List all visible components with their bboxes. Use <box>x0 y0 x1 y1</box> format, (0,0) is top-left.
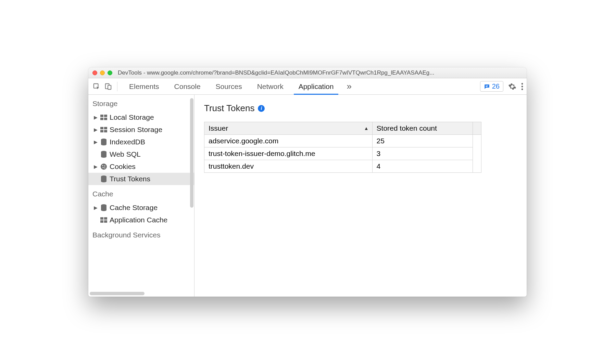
cell-count: 3 <box>372 147 473 160</box>
svg-point-5 <box>522 83 523 84</box>
svg-rect-14 <box>100 130 103 132</box>
svg-rect-26 <box>104 217 107 220</box>
window-title: DevTools - www.google.com/chrome/?brand=… <box>118 69 523 76</box>
more-options-button[interactable] <box>521 83 523 90</box>
sidebar-item-label: Web SQL <box>110 150 141 158</box>
cell-issuer: adservice.google.com <box>204 135 373 147</box>
sidebar-item-trust-tokens[interactable]: Trust Tokens <box>88 173 194 185</box>
sidebar-item-label: Local Storage <box>110 113 154 121</box>
devtools-toolbar: Elements Console Sources Network Applica… <box>88 78 527 95</box>
column-header-label: Stored token count <box>377 124 437 132</box>
storage-tree: ▶ Local Storage ▶ Session Storage ▶ <box>88 111 194 185</box>
application-sidebar: Storage ▶ Local Storage ▶ Session Storag… <box>88 95 194 297</box>
sidebar-item-cache-storage[interactable]: ▶ Cache Storage <box>88 202 194 214</box>
cell-count: 4 <box>372 160 473 173</box>
svg-rect-10 <box>100 118 103 120</box>
inspect-element-icon[interactable] <box>92 82 101 91</box>
disclosure-triangle-icon: ▶ <box>93 164 98 169</box>
table-scroll-spacer <box>473 122 481 135</box>
sidebar-item-indexeddb[interactable]: ▶ IndexedDB <box>88 136 194 148</box>
cell-count: 25 <box>372 135 473 147</box>
info-icon[interactable]: i <box>258 105 265 112</box>
svg-point-19 <box>102 165 103 166</box>
sidebar-item-web-sql[interactable]: Web SQL <box>88 148 194 160</box>
tab-console[interactable]: Console <box>167 78 208 94</box>
minimize-window-button[interactable] <box>100 70 105 75</box>
window-titlebar: DevTools - www.google.com/chrome/?brand=… <box>88 67 527 78</box>
panel-heading: Trust Tokens i <box>204 103 517 114</box>
kebab-icon <box>521 83 523 90</box>
svg-point-20 <box>104 165 105 166</box>
tab-network[interactable]: Network <box>250 78 291 94</box>
cache-tree: ▶ Cache Storage Application Cache <box>88 202 194 226</box>
sort-ascending-icon: ▲ <box>364 126 369 131</box>
trust-tokens-table: Issuer ▲ Stored token count adservice.go… <box>204 122 481 173</box>
database-icon <box>100 175 108 183</box>
table-row[interactable]: trust-token-issuer-demo.glitch.me 3 <box>204 147 481 160</box>
sidebar-horizontal-scrollbar[interactable] <box>90 292 145 295</box>
disclosure-triangle-icon: ▶ <box>93 115 98 120</box>
settings-button[interactable] <box>508 82 516 91</box>
sidebar-section-background-services: Background Services <box>88 226 194 243</box>
trust-tokens-panel: Trust Tokens i Issuer ▲ Stored token cou… <box>194 95 527 297</box>
database-icon <box>100 138 108 146</box>
table-row[interactable]: adservice.google.com 25 <box>204 135 481 147</box>
message-count: 26 <box>492 82 500 90</box>
cell-issuer: trusttoken.dev <box>204 160 373 173</box>
svg-rect-4 <box>486 86 487 87</box>
toolbar-right: 26 <box>480 81 523 92</box>
svg-point-7 <box>522 88 523 90</box>
panel-heading-text: Trust Tokens <box>204 103 254 114</box>
tab-elements[interactable]: Elements <box>122 78 167 94</box>
more-tabs-button[interactable]: » <box>343 81 355 92</box>
message-icon <box>484 83 490 90</box>
column-header-label: Issuer <box>209 124 228 132</box>
console-messages-button[interactable]: 26 <box>480 81 503 92</box>
gear-icon <box>508 82 516 91</box>
svg-point-21 <box>102 167 103 168</box>
sidebar-vertical-scrollbar[interactable] <box>190 98 193 208</box>
sidebar-item-label: IndexedDB <box>110 138 145 146</box>
tab-application[interactable]: Application <box>291 78 341 94</box>
svg-rect-13 <box>104 127 107 129</box>
svg-point-22 <box>104 168 105 169</box>
sidebar-section-storage: Storage <box>88 95 194 111</box>
tab-sources[interactable]: Sources <box>208 78 250 94</box>
maximize-window-button[interactable] <box>108 70 112 75</box>
database-icon <box>100 151 108 158</box>
sidebar-item-label: Application Cache <box>110 216 167 224</box>
panel-tabs: Elements Console Sources Network Applica… <box>122 78 341 94</box>
table-scroll-spacer <box>473 135 481 173</box>
sidebar-item-session-storage[interactable]: ▶ Session Storage <box>88 124 194 136</box>
sidebar-item-label: Session Storage <box>110 126 162 134</box>
database-icon <box>100 204 108 211</box>
svg-rect-3 <box>486 86 488 86</box>
column-header-issuer[interactable]: Issuer ▲ <box>204 122 373 135</box>
panel-body: Storage ▶ Local Storage ▶ Session Storag… <box>88 95 527 297</box>
toolbar-separator <box>117 82 117 91</box>
svg-point-18 <box>101 164 107 170</box>
devtools-window: DevTools - www.google.com/chrome/?brand=… <box>88 67 527 297</box>
disclosure-triangle-icon: ▶ <box>93 127 98 132</box>
disclosure-triangle-icon: ▶ <box>93 139 98 145</box>
sidebar-item-local-storage[interactable]: ▶ Local Storage <box>88 111 194 124</box>
cell-issuer: trust-token-issuer-demo.glitch.me <box>204 147 373 160</box>
column-header-stored-token-count[interactable]: Stored token count <box>372 122 473 135</box>
disclosure-triangle-icon: ▶ <box>93 205 98 210</box>
svg-rect-25 <box>100 217 103 220</box>
window-controls <box>92 70 112 75</box>
sidebar-item-label: Trust Tokens <box>110 175 150 183</box>
table-icon <box>100 126 108 133</box>
svg-rect-11 <box>104 118 107 120</box>
svg-point-6 <box>522 86 523 87</box>
close-window-button[interactable] <box>92 70 97 75</box>
svg-rect-15 <box>104 130 107 132</box>
device-toolbar-icon[interactable] <box>103 82 113 91</box>
sidebar-item-label: Cookies <box>110 162 136 171</box>
sidebar-item-cookies[interactable]: ▶ Cookies <box>88 160 194 173</box>
sidebar-section-cache: Cache <box>88 185 194 202</box>
sidebar-item-application-cache[interactable]: Application Cache <box>88 214 194 226</box>
cookie-icon <box>100 163 108 170</box>
svg-rect-9 <box>104 115 107 117</box>
table-row[interactable]: trusttoken.dev 4 <box>204 160 481 173</box>
